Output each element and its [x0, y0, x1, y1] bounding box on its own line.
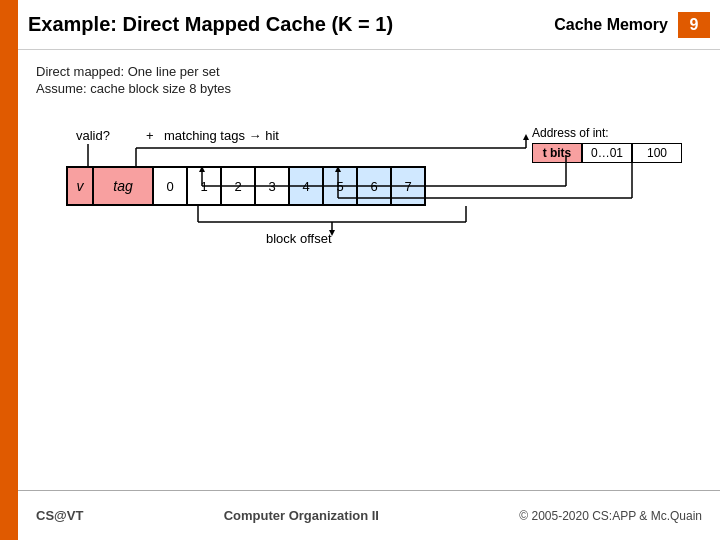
block-offset-label: block offset [266, 231, 332, 246]
matching-label: matching tags → hit [164, 128, 279, 143]
address-boxes: t bits 0…01 100 [532, 143, 682, 163]
data-cell-5: 5 [324, 166, 358, 206]
plus-sign: + [146, 128, 154, 143]
v-cell: v [66, 166, 94, 206]
data-cells: 01234567 [154, 166, 426, 206]
header-right: Cache Memory 9 [554, 12, 710, 38]
footer-right: © 2005-2020 CS:APP & Mc.Quain [519, 509, 702, 523]
data-cell-2: 2 [222, 166, 256, 206]
cache-memory-label: Cache Memory [554, 16, 668, 34]
data-cell-6: 6 [358, 166, 392, 206]
main-content: Direct mapped: One line per set Assume: … [18, 50, 720, 490]
data-cell-3: 3 [256, 166, 290, 206]
address-of-int-label: Address of int: [532, 126, 682, 140]
tbits-box: t bits [532, 143, 582, 163]
data-cell-7: 7 [392, 166, 426, 206]
footer: CS@VT Computer Organization II © 2005-20… [18, 490, 720, 540]
footer-left: CS@VT [36, 508, 83, 523]
subtitle-line2: Assume: cache block size 8 bytes [36, 81, 702, 96]
dots-box: 0…01 [582, 143, 632, 163]
data-cell-0: 0 [154, 166, 188, 206]
data-cell-4: 4 [290, 166, 324, 206]
data-cell-1: 1 [188, 166, 222, 206]
header: Example: Direct Mapped Cache (K = 1) Cac… [18, 0, 720, 50]
tag-cell: tag [94, 166, 154, 206]
page-number: 9 [678, 12, 710, 38]
hundred-box: 100 [632, 143, 682, 163]
address-of-int-group: Address of int: t bits 0…01 100 [532, 126, 682, 163]
subtitle-line1: Direct mapped: One line per set [36, 64, 702, 79]
svg-marker-4 [523, 134, 529, 140]
page-title: Example: Direct Mapped Cache (K = 1) [28, 13, 393, 36]
diagram: valid? + matching tags → hit Address of … [36, 126, 702, 406]
valid-label: valid? [76, 128, 110, 143]
left-accent-bar [0, 0, 18, 540]
footer-center: Computer Organization II [224, 508, 379, 523]
cache-row: v tag 01234567 [66, 166, 426, 206]
